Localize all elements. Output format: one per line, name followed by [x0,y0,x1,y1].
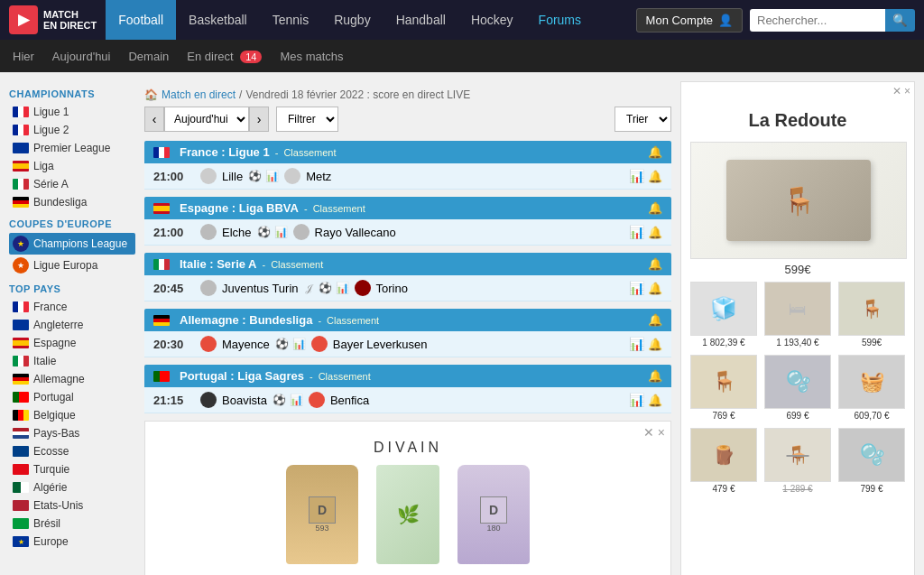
sidebar-item-ligue2[interactable]: Ligue 2 [9,121,135,139]
bell-header-liga-sagres[interactable]: 🔔 [648,369,662,383]
sidebar-item-espagne[interactable]: Espagne [9,334,135,352]
league-classement-ligue1[interactable]: Classement [283,147,336,158]
flag-bundesliga-header [153,315,170,326]
filter-bar: ‹ Aujourd'hui › Filtrer Trier [144,107,671,132]
en-direct-link[interactable]: En direct 14 [187,50,262,63]
home-icon: 🏠 [144,88,158,101]
champions-league-icon: ★ [13,236,29,252]
flag-italie [13,356,29,366]
nav-tennis[interactable]: Tennis [260,0,321,40]
nav-basketball[interactable]: Basketball [176,0,260,40]
account-button[interactable]: Mon Compte 👤 [636,8,743,32]
away-team-name: Benfica [330,394,369,407]
filter-select[interactable]: Filtrer [276,107,338,132]
nav-forums[interactable]: Forums [526,0,594,40]
main-wrapper: CHAMPIONNATS Ligue 1 Ligue 2 Premier Lea… [0,72,924,575]
sidebar-item-champions-league[interactable]: ★ Champions League [9,233,135,255]
sidebar-item-angleterre[interactable]: Angleterre [9,316,135,334]
nav-handball[interactable]: Handball [383,0,458,40]
league-classement-liga[interactable]: Classement [313,203,365,214]
sidebar-item-france[interactable]: France [9,298,135,316]
match-time: 20:45 [153,282,191,295]
bell-header-serie-a[interactable]: 🔔 [648,257,662,271]
home-team-icon [200,224,217,240]
ad-close-button[interactable]: ✕ × [643,425,665,440]
sidebar-item-ligue-europa[interactable]: ★ Ligue Europa [9,255,135,276]
home-team-icon [200,336,217,352]
account-label: Mon Compte [646,14,713,27]
home-team-icon [200,392,217,408]
bell-header-liga[interactable]: 🔔 [648,201,662,215]
league-header-liga: Espagne : Liga BBVA - Classement 🔔 [144,197,671,219]
sidebar-item-ligue1[interactable]: Ligue 1 [9,103,135,121]
vs-icons: ⚽ 📊 [275,338,306,350]
bar-chart-icon[interactable]: 📊 [629,337,644,351]
match-bell-icon[interactable]: 🔔 [648,170,662,183]
league-name-ligue1: France : Ligue 1 [180,145,270,159]
league-classement-liga-sagres[interactable]: Classement [319,371,371,382]
nav-football[interactable]: Football [106,0,176,40]
sidebar-item-etats-unis[interactable]: Etats-Unis [9,496,135,515]
league-classement-serie-a[interactable]: Classement [271,259,323,270]
sidebar-item-ecosse[interactable]: Ecosse [9,442,135,460]
match-bell-icon[interactable]: 🔔 [648,338,662,351]
nav-rugby[interactable]: Rugby [321,0,383,40]
livescore-icon: ⚽ [275,338,289,350]
date-prev-button[interactable]: ‹ [144,107,164,132]
away-team-icon [311,336,328,352]
bell-header-bundesliga[interactable]: 🔔 [648,313,662,327]
sidebar-item-premier-league[interactable]: Premier League [9,139,135,157]
sidebar-item-bundesliga[interactable]: Bundesliga [9,193,135,211]
home-team-name: Juventus Turin [222,282,299,295]
sidebar-item-europe[interactable]: ★ Europe [9,533,135,551]
ad-x-btn[interactable]: ✕ × [892,85,910,97]
match-actions: 📊 🔔 [629,169,662,183]
hier-link[interactable]: Hier [13,50,34,63]
bar-chart-icon[interactable]: 📊 [629,169,644,183]
date-next-button[interactable]: › [249,107,269,132]
breadcrumb-home[interactable]: Match en direct [162,88,236,101]
sort-select[interactable]: Trier [614,107,671,132]
league-block-liga-sagres: Portugal : Liga Sagres - Classement 🔔 21… [144,365,671,413]
ad-small-price-4: 769 € [712,411,735,421]
ad-right-title: La Redoute [681,99,914,136]
bar-chart-icon[interactable]: 📊 [629,281,644,295]
flag-pays-bas [13,428,29,439]
sidebar-item-allemagne[interactable]: Allemagne [9,370,135,388]
match-bell-icon[interactable]: 🔔 [648,282,662,295]
bar-chart-icon[interactable]: 📊 [629,393,644,407]
vs-icons: ⚽ 📊 [257,226,288,238]
sidebar-item-italie[interactable]: Italie [9,352,135,370]
bell-header-ligue1[interactable]: 🔔 [648,145,662,159]
search-button[interactable]: 🔍 [885,9,915,32]
match-bell-icon[interactable]: 🔔 [648,394,662,407]
ad-small-img-1: 🧊 [690,282,757,336]
sidebar-item-bresil[interactable]: Brésil [9,515,135,533]
match-row-bundesliga-0: 20:30 Mayence ⚽ 📊 Bayer Leverkusen 📊 🔔 [144,331,671,357]
nav-hockey[interactable]: Hockey [458,0,526,40]
sidebar-championnats-title: CHAMPIONNATS [9,81,135,103]
sidebar-item-belgique[interactable]: Belgique [9,406,135,424]
match-teams: Mayence ⚽ 📊 Bayer Leverkusen [200,336,620,352]
mes-matchs-link[interactable]: Mes matchs [280,50,343,63]
stats-icon: 📊 [292,338,306,350]
search-input[interactable] [750,9,885,32]
demain-link[interactable]: Demain [128,50,169,63]
date-select[interactable]: Aujourd'hui [164,107,249,132]
match-bell-icon[interactable]: 🔔 [648,226,662,239]
ad-grid-small-2: 🪑 769 € 🫧 699 € 🧺 609,70 € [681,355,914,428]
flag-espagne [13,338,29,348]
sidebar-item-pays-bas[interactable]: Pays-Bas [9,424,135,442]
sidebar-item-seria[interactable]: Série A [9,175,135,193]
sidebar-item-liga[interactable]: Liga [9,157,135,175]
ad-banner-divain: ✕ × DIVAIN D 593 🌿 D [144,421,671,575]
sidebar-item-turquie[interactable]: Turquie [9,460,135,478]
ad-small-price-1: 1 802,39 € [702,338,744,348]
vs-icons: ⚽ 📊 [319,282,349,294]
aujourd-link[interactable]: Aujourd'hui [52,50,111,63]
ad-small-price-3: 599€ [862,338,882,348]
bar-chart-icon[interactable]: 📊 [629,225,644,239]
sidebar-item-portugal[interactable]: Portugal [9,388,135,406]
sidebar-item-algerie[interactable]: Algérie [9,478,135,496]
league-classement-bundesliga[interactable]: Classement [327,315,379,326]
